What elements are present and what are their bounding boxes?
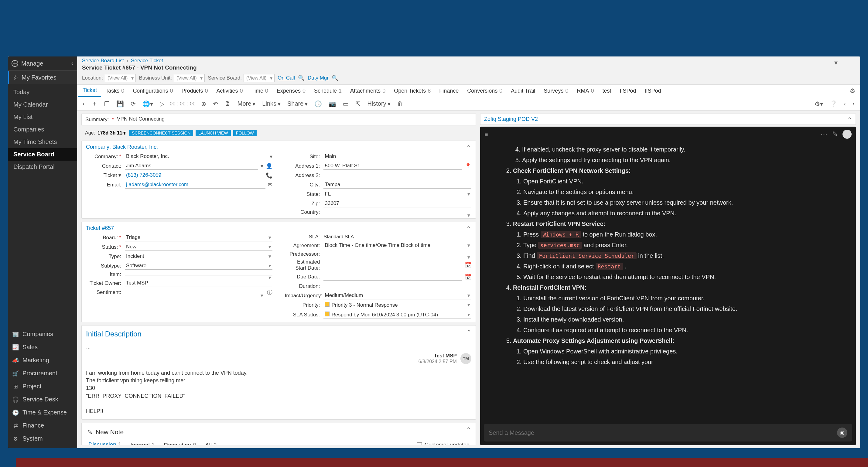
sidebar-item-service-board[interactable]: Service Board [8,148,77,161]
tab-test[interactable]: test [598,85,615,97]
chevron-down-icon[interactable]: ▾ [260,163,263,169]
next-icon[interactable]: › [851,100,856,108]
more-menu[interactable]: More ▾ [236,100,257,108]
site-input[interactable] [323,153,471,160]
note-tab-resolution[interactable]: Resolution0 [163,439,196,445]
tab-products[interactable]: Products0 [177,85,212,97]
city-input[interactable] [323,181,471,189]
agreement-select[interactable]: Block Time - One time/One Time Block of … [323,242,471,249]
tab-audit-trail[interactable]: Audit Trail [506,85,539,97]
impact-urgency-select[interactable]: Medium/Medium [323,292,471,300]
country-select[interactable] [323,212,471,213]
note-tab-internal[interactable]: Internal1 [130,439,155,445]
tab-settings-icon[interactable]: ⚙ [845,85,860,97]
tab-iispod[interactable]: IISPod [640,85,665,97]
tab-open-tickets[interactable]: Open Tickets8 [390,85,435,97]
edit-icon[interactable]: ✎ [832,130,838,138]
back-icon[interactable]: ‹ [82,100,86,108]
calendar-icon[interactable]: 📅 [465,262,471,269]
note-tab-discussion[interactable]: Discussion1 [88,439,122,445]
save-icon[interactable]: 💾 [115,100,125,108]
tab-attachments[interactable]: Attachments0 [346,85,390,97]
type-select[interactable]: Incident [125,253,272,260]
globe-icon[interactable]: 🌐▾ [141,100,154,108]
duration-input[interactable] [323,282,471,290]
calendar-icon[interactable]: 📅 [465,274,471,280]
tab-conversions[interactable]: Conversions0 [463,85,506,97]
more-icon[interactable]: ⋯ [820,130,827,138]
history-menu[interactable]: History ▾ [366,100,392,108]
bottom-nav-finance[interactable]: ⇄Finance [8,419,77,432]
links-menu[interactable]: Links ▾ [261,100,282,108]
email-input[interactable] [125,181,266,189]
collapse-icon[interactable]: ⌃ [466,225,471,232]
bottom-nav-system[interactable]: ⚙System [8,432,77,445]
copy-icon[interactable]: ❐ [103,100,111,108]
owner-input[interactable] [125,279,272,287]
timer-play-icon[interactable]: ▷ [158,100,165,108]
due-date-input[interactable] [323,273,462,281]
sidebar-item-dispatch-portal[interactable]: Dispatch Portal [8,161,77,173]
new-note-header[interactable]: ✎ New Note [86,426,471,439]
bottom-nav-project[interactable]: ⊞Project [8,380,77,393]
tab-rma[interactable]: RMA0 [572,85,598,97]
collapse-icon[interactable]: ⌃ [847,116,852,123]
chat-input[interactable] [489,429,837,436]
share-menu[interactable]: Share ▾ [286,100,309,108]
est-start-input[interactable] [323,261,462,269]
phone-input[interactable] [125,172,263,179]
duty-link[interactable]: Duty Mgr [308,75,329,81]
chevron-down-icon[interactable]: ▾ [270,153,272,160]
collapse-icon[interactable]: ⌃ [466,144,471,151]
search-icon[interactable]: 🔍 [298,75,305,82]
delete-icon[interactable]: 🗑 [396,100,405,108]
breadcrumb-b[interactable]: Service Ticket [131,58,163,63]
help-icon[interactable]: ❔ [829,100,839,108]
sidebar-item-companies[interactable]: Companies [8,123,77,136]
document-icon[interactable]: 🗎 [223,100,232,108]
service-board-select[interactable]: (View All) [244,74,275,82]
favorites-row[interactable]: ☆ My Favorites [8,71,77,84]
customer-updated-check[interactable]: Customer updated [417,442,469,445]
send-button[interactable]: ◉ [837,428,847,438]
email-icon[interactable]: ✉ [268,182,272,188]
bottom-nav-time-expense[interactable]: 🕒Time & Expense [8,406,77,419]
timer-add-icon[interactable]: ⊕ [200,100,208,108]
dropdown-caret-icon[interactable]: ▾ [834,59,838,67]
priority-select[interactable]: Priority 3 - Normal Response [323,301,471,309]
status-select[interactable]: New [125,243,272,251]
sla-status-select[interactable]: Respond by Mon 6/10/2024 3:00 pm (UTC-04… [323,311,471,319]
refresh-icon[interactable]: ⟳ [129,100,137,108]
company-input[interactable] [125,153,267,160]
note-tab-all[interactable]: All2 [205,439,217,445]
settings-icon[interactable]: ⚙▾ [813,100,824,108]
screenconnect-button[interactable]: SCREENCONNECT SESSION [129,130,193,136]
addr2-input[interactable] [323,172,471,179]
breadcrumb-a[interactable]: Service Board List [82,58,124,63]
sidebar-item-today[interactable]: Today [8,86,77,98]
sidebar-item-my-calendar[interactable]: My Calendar [8,98,77,111]
business-unit-select[interactable]: (View All) [174,74,205,82]
sentiment-select[interactable] [125,292,265,293]
ellipsis-icon[interactable]: … [86,344,471,350]
zip-input[interactable] [323,200,471,207]
map-pin-icon[interactable]: 📍 [465,163,471,169]
bottom-nav-procurement[interactable]: 🛒Procurement [8,367,77,380]
sidebar-header[interactable]: Manage ‹ [8,57,77,71]
follow-button[interactable]: FOLLOW [233,130,257,136]
tab-tasks[interactable]: Tasks0 [101,85,128,97]
bottom-nav-marketing[interactable]: 📣Marketing [8,354,77,367]
tab-expenses[interactable]: Expenses0 [272,85,310,97]
launch-view-button[interactable]: LAUNCH VIEW [195,130,230,136]
phone-icon[interactable]: 📞 [266,172,272,179]
addr1-input[interactable] [323,162,462,170]
clock-icon[interactable]: 🕓 [313,100,323,108]
search-icon[interactable]: 🔍 [332,75,338,82]
video-icon[interactable]: ▭ [342,100,350,108]
add-icon[interactable]: ＋ [90,99,99,108]
checkbox-icon[interactable] [417,442,422,445]
tab-configurations[interactable]: Configurations0 [128,85,177,97]
collapse-sidebar-icon[interactable]: ‹ [71,60,73,67]
bottom-nav-service-desk[interactable]: 🎧Service Desk [8,393,77,406]
tab-finance[interactable]: Finance [435,85,463,97]
